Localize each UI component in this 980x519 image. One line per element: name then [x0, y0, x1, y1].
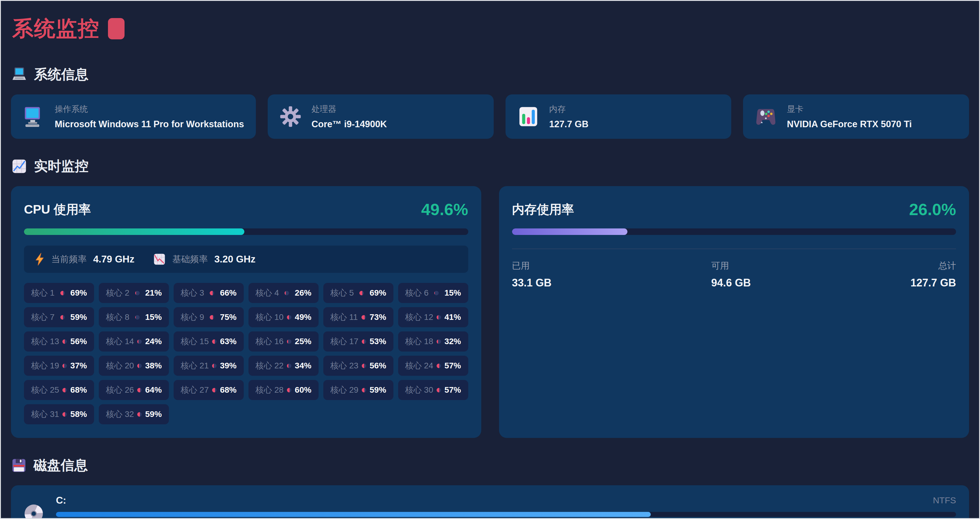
cpu-core-chip: 核心 19 37% [24, 356, 94, 376]
section-title: 实时监控 [34, 157, 88, 175]
memory-usage-title: 内存使用率 [512, 201, 574, 218]
disk-usage-bar-fill [56, 512, 651, 517]
page-title: 系统监控 [12, 14, 969, 43]
cpu-core-chip: 核心 27 68% [173, 380, 244, 400]
current-frequency-label: 当前频率 [51, 253, 87, 266]
info-cards-row: 操作系统 Microsoft Windows 11 Pro for Workst… [11, 94, 969, 139]
card-label: 内存 [549, 103, 589, 115]
base-frequency-value: 3.20 GHz [214, 253, 255, 265]
core-percent: 73% [370, 312, 386, 322]
cpu-core-chip: 核心 13 56% [24, 331, 94, 352]
cpu-core-chip: 核心 12 41% [398, 307, 468, 327]
cpu-core-chip: 核心 7 59% [24, 307, 94, 327]
card-cpu: 处理器 Core™ i9-14900K [268, 94, 494, 139]
cpu-usage-percent: 49.6% [421, 200, 468, 219]
cpu-panel-header: CPU 使用率 49.6% [24, 200, 468, 219]
core-percent: 59% [70, 312, 87, 322]
core-load-dot-icon [212, 364, 216, 368]
chart-decreasing-icon [153, 253, 165, 266]
memory-used-label: 已用 [512, 260, 552, 272]
section-header-disk: 磁盘信息 [11, 456, 969, 474]
disk-title-row: C: NTFS [56, 495, 956, 506]
core-percent: 56% [370, 361, 386, 371]
core-label: 核心 18 [405, 336, 433, 347]
current-frequency: 当前频率 4.79 GHz [35, 253, 134, 266]
disk-content: C: NTFS 615.5 GB / 930.8 GB 66.1% [56, 495, 956, 519]
core-percent: 68% [220, 385, 237, 395]
cpu-core-chip: 核心 26 64% [99, 380, 169, 400]
core-percent: 38% [145, 361, 162, 371]
page-title-text: 系统监控 [12, 14, 100, 43]
memory-divider [512, 248, 956, 249]
cpu-core-chip: 核心 28 60% [248, 380, 318, 400]
core-load-dot-icon [135, 315, 140, 320]
memory-usage-bar-fill [512, 228, 627, 235]
card-memory: 内存 127.7 GB [506, 94, 732, 139]
monitor-row: CPU 使用率 49.6% 当前频率 4.79 GHz [11, 186, 969, 438]
core-percent: 75% [220, 312, 237, 322]
core-load-dot-icon [361, 315, 366, 320]
core-percent: 39% [220, 361, 237, 371]
floppy-disk-icon [11, 458, 26, 473]
cpu-core-chip: 核心 4 26% [248, 283, 318, 303]
core-percent: 69% [70, 288, 87, 298]
core-load-dot-icon [362, 364, 366, 368]
cpu-frequency-strip: 当前频率 4.79 GHz 基础频率 3.20 GHz [24, 245, 468, 273]
core-percent: 21% [145, 288, 162, 298]
card-value: Microsoft Windows 11 Pro for Workstation… [55, 119, 244, 130]
core-load-dot-icon [437, 339, 441, 344]
core-load-dot-icon [137, 412, 142, 417]
core-percent: 26% [295, 288, 312, 298]
core-label: 核心 25 [31, 384, 59, 396]
core-percent: 25% [295, 337, 312, 346]
current-frequency-value: 4.79 GHz [93, 253, 134, 265]
cpu-core-chip: 核心 6 15% [398, 283, 468, 303]
core-label: 核心 6 [405, 287, 429, 299]
core-load-dot-icon [437, 364, 441, 368]
cpu-core-chip: 核心 8 15% [99, 307, 169, 327]
cpu-core-chip: 核心 15 63% [173, 331, 244, 352]
core-load-dot-icon [360, 291, 364, 295]
cpu-core-chip: 核心 23 56% [323, 356, 393, 376]
section-title: 磁盘信息 [33, 456, 88, 474]
core-load-dot-icon [62, 388, 67, 392]
core-load-dot-icon [212, 388, 216, 392]
base-frequency-label: 基础频率 [172, 253, 208, 266]
core-percent: 60% [295, 385, 312, 395]
core-label: 核心 19 [31, 360, 59, 371]
gamepad-icon [755, 106, 777, 127]
core-percent: 32% [444, 337, 461, 346]
cpu-core-chip: 核心 17 53% [323, 331, 393, 352]
core-load-dot-icon [362, 388, 366, 392]
core-load-dot-icon [62, 364, 67, 368]
chart-increasing-icon [11, 159, 27, 174]
core-label: 核心 13 [31, 336, 59, 347]
core-percent: 59% [370, 385, 386, 395]
core-label: 核心 31 [31, 409, 59, 420]
memory-total-value: 127.7 GB [910, 277, 956, 289]
cpu-core-chip: 核心 16 25% [248, 331, 318, 352]
cpu-core-chip: 核心 10 49% [248, 307, 318, 327]
core-load-dot-icon [437, 388, 441, 392]
core-label: 核心 2 [106, 287, 129, 299]
cpu-core-chip: 核心 24 57% [398, 356, 468, 376]
core-load-dot-icon [137, 388, 142, 392]
card-label: 操作系统 [55, 103, 244, 115]
core-percent: 69% [370, 288, 386, 298]
core-load-dot-icon [60, 315, 65, 320]
gear-icon [280, 106, 301, 127]
cpu-core-chip: 核心 1 69% [24, 283, 94, 303]
card-text: 处理器 Core™ i9-14900K [312, 103, 387, 130]
core-percent: 56% [70, 337, 87, 346]
core-load-dot-icon [210, 315, 214, 320]
system-monitor-page: 系统监控 系统信息 操作系统 Microsoft Windows 11 Pro … [0, 0, 980, 519]
core-load-dot-icon [437, 315, 441, 320]
memory-available-value: 94.6 GB [711, 277, 751, 289]
cpu-core-chip: 核心 30 57% [398, 380, 468, 400]
memory-total-stat: 总计 127.7 GB [910, 260, 956, 289]
core-label: 核心 8 [106, 312, 129, 323]
cpu-core-chip: 核心 22 34% [248, 356, 318, 376]
core-percent: 59% [145, 409, 162, 419]
core-load-dot-icon [285, 291, 289, 295]
core-load-dot-icon [135, 291, 140, 295]
